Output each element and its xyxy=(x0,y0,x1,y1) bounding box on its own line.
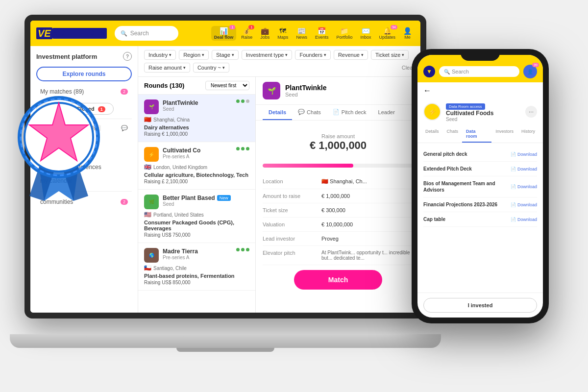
nav-jobs[interactable]: 💼 Jobs xyxy=(257,26,272,41)
sort-select[interactable]: Newest first Oldest first Most funded xyxy=(205,81,249,90)
round-card-madre-tierra[interactable]: 🌎 Madre Tierra Pre-series A xyxy=(138,243,255,291)
nav-inbox[interactable]: ✉️ Inbox xyxy=(357,26,374,41)
nav-events[interactable]: 📅 Events xyxy=(312,26,332,41)
planttwinkle-status-dots xyxy=(236,99,249,103)
tab-chats-label: Chats xyxy=(307,109,321,115)
nav-portfolio[interactable]: 📁 Portfolio xyxy=(333,26,355,41)
madre-tierra-header: 🌎 Madre Tierra Pre-series A xyxy=(144,248,249,263)
phone-tab-chats-label: Chats xyxy=(447,129,459,134)
filter-region[interactable]: Region xyxy=(179,50,209,60)
filter-raise-amount[interactable]: Raise amount xyxy=(144,63,190,73)
round-card-planttwinkle[interactable]: 🌱 PlantTwinkle Seed xyxy=(138,95,255,142)
phone-doc-financials: Financial Projections 2023-2026 📄 Downlo… xyxy=(423,197,537,212)
sidebar-header: Investment platform ? xyxy=(36,52,132,61)
portfolio-label: Portfolio xyxy=(336,35,352,40)
round-card-1-header: 🌱 PlantTwinkle Seed xyxy=(144,99,249,114)
cultivated-co-raising: Raising £ 2,100,000 xyxy=(144,179,249,184)
nav-raise[interactable]: 💰 Raise 1 xyxy=(238,26,255,41)
elevator-value: At PlantTwink... opportunity t... incred… xyxy=(321,250,414,261)
filter-country[interactable]: Country ~ xyxy=(193,63,229,73)
doc-5-download[interactable]: 📄 Download xyxy=(511,217,537,222)
tab-leader[interactable]: Leader xyxy=(372,105,401,120)
cultivated-co-dots xyxy=(236,147,249,150)
explore-rounds-button[interactable]: Explore rounds xyxy=(36,67,132,81)
tab-chats[interactable]: 💬 Chats xyxy=(292,105,327,120)
doc-2-download[interactable]: 📄 Download xyxy=(511,167,537,172)
madre-tierra-dots xyxy=(236,248,249,251)
phone-notification-badge: 99 xyxy=(532,63,539,67)
phone-tab-investors[interactable]: Investors xyxy=(491,126,517,143)
filter-ticket-size[interactable]: Ticket size xyxy=(371,50,409,60)
match-button[interactable]: Match xyxy=(294,270,382,290)
better-plant-logo: 🌿 xyxy=(144,195,159,209)
phone-tab-details[interactable]: Details xyxy=(421,126,443,143)
elevator-label: Elevator pitch xyxy=(263,250,321,261)
better-plant-info: Better Plant Based New Seed xyxy=(163,195,249,207)
detail-logo: 🌱 xyxy=(263,82,280,99)
doc-4-action: Download xyxy=(517,202,537,207)
phone-notch xyxy=(461,49,500,61)
help-icon[interactable]: ? xyxy=(123,52,132,61)
madre-tierra-location: 🇨🇱 Santiago, Chile xyxy=(144,265,249,271)
maps-icon: 🗺 xyxy=(279,27,286,35)
phone-company-info: Data Room access Cultivated Foods Seed xyxy=(446,101,493,122)
tab-details[interactable]: Details xyxy=(263,105,292,120)
content-area: Industry Region Stage Investment type Fo… xyxy=(138,46,420,313)
updates-icon: 🔔 xyxy=(383,27,392,35)
search-placeholder: Search xyxy=(130,30,149,37)
cc-dot-1 xyxy=(236,147,240,150)
phone-frame: ▼ 🔍 Search 👤 99 ← ⚡ xyxy=(412,49,549,323)
amount-value: € 1,000,000 xyxy=(321,193,414,199)
planttwinkle-stage: Seed xyxy=(163,106,232,112)
doc-3-title: Bios of Management Team and Advisors xyxy=(423,180,511,193)
phone-tab-dataroom[interactable]: Data room xyxy=(462,126,491,143)
back-arrow-icon[interactable]: ← xyxy=(423,86,431,95)
phone-mockup: ▼ 🔍 Search 👤 99 ← ⚡ xyxy=(412,49,549,323)
ticket-label: Ticket size xyxy=(263,207,321,213)
doc-4-title: Financial Projections 2023-2026 xyxy=(423,201,511,208)
download-icon-1: 📄 xyxy=(511,152,516,157)
doc-1-download[interactable]: 📄 Download xyxy=(511,152,537,157)
filter-revenue[interactable]: Revenue xyxy=(334,50,368,60)
filter-founders[interactable]: Founders xyxy=(295,50,330,60)
phone-more-button[interactable]: ··· xyxy=(525,106,537,118)
valuation-label: Valuation xyxy=(263,221,321,227)
dealflow-label: Deal flow xyxy=(214,35,234,40)
data-room-badge: Data Room access xyxy=(446,103,485,110)
nav-updates[interactable]: 🔔 Updates 94 xyxy=(376,26,398,41)
cultivated-co-stage: Pre-series A xyxy=(163,154,232,159)
valuation-value: € 10,000,000 xyxy=(321,221,414,227)
phone-tab-chats[interactable]: Chats xyxy=(443,126,463,143)
filter-investment-type[interactable]: Investment type xyxy=(242,50,293,60)
search-icon: 🔍 xyxy=(121,30,127,37)
download-icon-5: 📄 xyxy=(511,217,516,222)
tab-pitch-deck[interactable]: 📄 Pitch deck xyxy=(327,105,372,120)
nav-maps[interactable]: 🗺 Maps xyxy=(274,26,291,41)
search-bar[interactable]: 🔍 Search xyxy=(115,26,178,41)
i-invested-button[interactable]: I invested xyxy=(423,298,537,313)
tab-details-label: Details xyxy=(269,109,286,115)
phone-search[interactable]: 🔍 Search xyxy=(439,66,519,77)
doc-3-download[interactable]: 📄 Download xyxy=(511,184,537,189)
better-plant-raising: Raising US$ 750,000 xyxy=(144,232,249,238)
chat-tab-icon: 💬 xyxy=(298,109,305,115)
better-plant-name: Better Plant Based xyxy=(163,195,215,201)
tab-leader-label: Leader xyxy=(378,109,395,115)
phone-tab-history[interactable]: History xyxy=(517,126,539,143)
phone-avatar[interactable]: 👤 99 xyxy=(523,65,537,78)
filter-stage[interactable]: Stage xyxy=(212,50,239,60)
nav-me[interactable]: 👤 Me xyxy=(400,26,415,41)
filter-industry[interactable]: Industry xyxy=(144,50,176,60)
phone-footer: I invested xyxy=(417,293,543,318)
phone-search-placeholder: Search xyxy=(452,69,469,74)
phone-back-row: ← xyxy=(417,82,543,99)
round-card-better-plant[interactable]: 🌿 Better Plant Based New Seed xyxy=(138,190,255,243)
madre-tierra-name: Madre Tierra xyxy=(163,248,232,255)
nav-dealflow[interactable]: 📊 Deal flow 1 xyxy=(211,26,237,41)
doc-3-action: Download xyxy=(517,184,537,189)
nav-news[interactable]: 📰 News xyxy=(293,26,310,41)
new-badge: New xyxy=(217,195,231,201)
round-card-cultivated-co[interactable]: ⚡ Cultivated Co Pre-series A xyxy=(138,142,255,190)
detail-row-ticket: Ticket size € 300,000 xyxy=(263,203,414,218)
doc-4-download[interactable]: 📄 Download xyxy=(511,202,537,207)
